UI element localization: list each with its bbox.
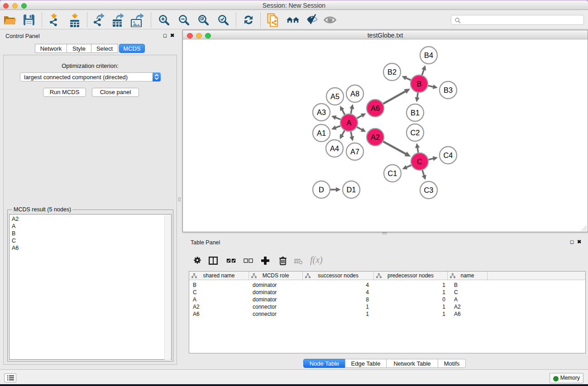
svg-text:D1: D1	[347, 186, 356, 194]
svg-text:C3: C3	[424, 186, 434, 194]
svg-text:A1: A1	[317, 129, 326, 137]
svg-text:A8: A8	[350, 90, 359, 98]
svg-text:A2: A2	[371, 133, 380, 141]
svg-text:A: A	[347, 119, 352, 127]
svg-text:C2: C2	[411, 129, 420, 137]
svg-text:C4: C4	[444, 151, 453, 159]
svg-text:A6: A6	[371, 104, 380, 112]
svg-text:B: B	[417, 80, 422, 88]
svg-text:B1: B1	[411, 109, 420, 117]
svg-text:A7: A7	[350, 148, 359, 156]
svg-text:B3: B3	[444, 86, 453, 94]
svg-text:D: D	[319, 186, 324, 194]
svg-text:A5: A5	[330, 92, 339, 100]
svg-text:C1: C1	[388, 169, 397, 177]
svg-text:B4: B4	[424, 51, 433, 59]
svg-text:C: C	[417, 157, 422, 166]
svg-text:A4: A4	[330, 144, 339, 152]
svg-text:B2: B2	[387, 68, 397, 76]
svg-text:A3: A3	[317, 108, 326, 116]
